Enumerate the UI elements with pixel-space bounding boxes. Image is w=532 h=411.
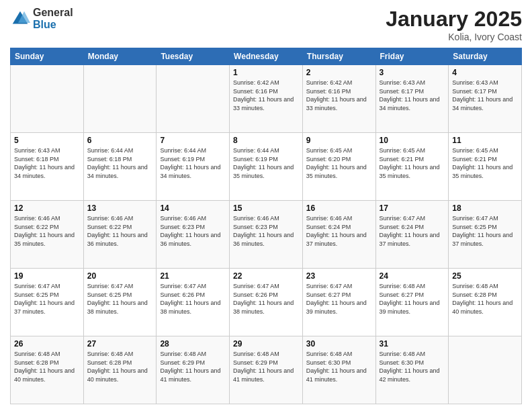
day-number: 20 (87, 271, 153, 281)
day-number: 22 (233, 271, 299, 281)
day-info: Sunrise: 6:48 AM Sunset: 6:30 PM Dayligh… (380, 350, 445, 383)
weekday-header-sunday: Sunday (11, 48, 84, 65)
day-cell (11, 65, 84, 133)
day-cell: 21Sunrise: 6:47 AM Sunset: 6:26 PM Dayli… (157, 269, 230, 336)
page: General Blue January 2025 Kolia, Ivory C… (0, 0, 532, 411)
day-number: 8 (233, 136, 299, 145)
day-info: Sunrise: 6:45 AM Sunset: 6:21 PM Dayligh… (380, 146, 445, 180)
header: General Blue January 2025 Kolia, Ivory C… (10, 7, 522, 42)
day-cell: 23Sunrise: 6:47 AM Sunset: 6:27 PM Dayli… (302, 269, 375, 336)
day-cell: 22Sunrise: 6:47 AM Sunset: 6:26 PM Dayli… (230, 269, 303, 336)
day-number: 24 (380, 271, 445, 281)
week-row-0: 1Sunrise: 6:42 AM Sunset: 6:16 PM Daylig… (11, 65, 522, 133)
week-row-4: 26Sunrise: 6:48 AM Sunset: 6:28 PM Dayli… (11, 336, 522, 404)
day-cell: 5Sunrise: 6:43 AM Sunset: 6:18 PM Daylig… (11, 133, 84, 201)
logo-blue-text: Blue (33, 19, 73, 31)
day-info: Sunrise: 6:47 AM Sunset: 6:26 PM Dayligh… (233, 282, 299, 316)
day-info: Sunrise: 6:46 AM Sunset: 6:22 PM Dayligh… (87, 214, 153, 248)
calendar-location: Kolia, Ivory Coast (386, 32, 522, 42)
day-info: Sunrise: 6:43 AM Sunset: 6:17 PM Dayligh… (452, 79, 518, 112)
day-info: Sunrise: 6:42 AM Sunset: 6:16 PM Dayligh… (233, 79, 299, 112)
weekday-header-thursday: Thursday (302, 48, 375, 65)
day-number: 9 (306, 136, 372, 145)
day-info: Sunrise: 6:47 AM Sunset: 6:27 PM Dayligh… (306, 282, 372, 316)
day-info: Sunrise: 6:45 AM Sunset: 6:21 PM Dayligh… (452, 146, 518, 180)
weekday-header-monday: Monday (83, 48, 157, 65)
day-info: Sunrise: 6:47 AM Sunset: 6:25 PM Dayligh… (14, 282, 80, 316)
day-info: Sunrise: 6:47 AM Sunset: 6:24 PM Dayligh… (380, 214, 445, 248)
day-number: 21 (160, 271, 226, 281)
day-info: Sunrise: 6:43 AM Sunset: 6:17 PM Dayligh… (380, 79, 445, 112)
day-info: Sunrise: 6:48 AM Sunset: 6:29 PM Dayligh… (160, 350, 226, 383)
day-cell: 30Sunrise: 6:48 AM Sunset: 6:30 PM Dayli… (302, 336, 375, 404)
day-number: 3 (380, 68, 445, 77)
week-row-1: 5Sunrise: 6:43 AM Sunset: 6:18 PM Daylig… (11, 133, 522, 201)
day-number: 27 (87, 339, 153, 349)
logo-icon (10, 9, 30, 29)
day-cell: 18Sunrise: 6:47 AM Sunset: 6:25 PM Dayli… (449, 201, 522, 269)
day-number: 19 (14, 271, 80, 281)
day-cell: 7Sunrise: 6:44 AM Sunset: 6:19 PM Daylig… (157, 133, 230, 201)
day-number: 16 (306, 203, 372, 213)
day-number: 4 (452, 68, 518, 77)
day-number: 6 (87, 136, 153, 145)
day-cell: 3Sunrise: 6:43 AM Sunset: 6:17 PM Daylig… (375, 65, 449, 133)
day-info: Sunrise: 6:48 AM Sunset: 6:28 PM Dayligh… (452, 282, 518, 316)
day-cell: 26Sunrise: 6:48 AM Sunset: 6:28 PM Dayli… (11, 336, 84, 404)
day-number: 10 (380, 136, 445, 145)
day-number: 28 (160, 339, 226, 349)
day-number: 7 (160, 136, 226, 145)
day-number: 30 (306, 339, 372, 349)
day-cell: 29Sunrise: 6:48 AM Sunset: 6:29 PM Dayli… (230, 336, 303, 404)
day-info: Sunrise: 6:48 AM Sunset: 6:27 PM Dayligh… (380, 282, 445, 316)
weekday-header-tuesday: Tuesday (157, 48, 230, 65)
day-info: Sunrise: 6:46 AM Sunset: 6:22 PM Dayligh… (14, 214, 80, 248)
day-number: 29 (233, 339, 299, 349)
day-info: Sunrise: 6:46 AM Sunset: 6:23 PM Dayligh… (233, 214, 299, 248)
day-number: 5 (14, 136, 80, 145)
day-number: 11 (452, 136, 518, 145)
day-info: Sunrise: 6:47 AM Sunset: 6:25 PM Dayligh… (87, 282, 153, 316)
logo-text: General Blue (33, 7, 73, 30)
day-info: Sunrise: 6:44 AM Sunset: 6:18 PM Dayligh… (87, 146, 153, 180)
day-cell: 4Sunrise: 6:43 AM Sunset: 6:17 PM Daylig… (449, 65, 522, 133)
day-info: Sunrise: 6:44 AM Sunset: 6:19 PM Dayligh… (233, 146, 299, 180)
day-number: 18 (452, 203, 518, 213)
day-number: 26 (14, 339, 80, 349)
day-number: 15 (233, 203, 299, 213)
day-cell: 27Sunrise: 6:48 AM Sunset: 6:28 PM Dayli… (83, 336, 157, 404)
day-info: Sunrise: 6:42 AM Sunset: 6:16 PM Dayligh… (306, 79, 372, 112)
day-cell: 14Sunrise: 6:46 AM Sunset: 6:23 PM Dayli… (157, 201, 230, 269)
day-cell: 15Sunrise: 6:46 AM Sunset: 6:23 PM Dayli… (230, 201, 303, 269)
day-cell: 16Sunrise: 6:46 AM Sunset: 6:24 PM Dayli… (302, 201, 375, 269)
day-info: Sunrise: 6:47 AM Sunset: 6:26 PM Dayligh… (160, 282, 226, 316)
week-row-2: 12Sunrise: 6:46 AM Sunset: 6:22 PM Dayli… (11, 201, 522, 269)
day-info: Sunrise: 6:48 AM Sunset: 6:30 PM Dayligh… (306, 350, 372, 383)
day-cell: 28Sunrise: 6:48 AM Sunset: 6:29 PM Dayli… (157, 336, 230, 404)
day-info: Sunrise: 6:47 AM Sunset: 6:25 PM Dayligh… (452, 214, 518, 248)
weekday-header-wednesday: Wednesday (230, 48, 303, 65)
day-cell: 31Sunrise: 6:48 AM Sunset: 6:30 PM Dayli… (375, 336, 449, 404)
logo-general-text: General (33, 7, 73, 19)
day-number: 13 (87, 203, 153, 213)
day-cell: 24Sunrise: 6:48 AM Sunset: 6:27 PM Dayli… (375, 269, 449, 336)
day-cell (83, 65, 157, 133)
day-cell: 12Sunrise: 6:46 AM Sunset: 6:22 PM Dayli… (11, 201, 84, 269)
weekday-header-friday: Friday (375, 48, 449, 65)
day-cell: 1Sunrise: 6:42 AM Sunset: 6:16 PM Daylig… (230, 65, 303, 133)
day-info: Sunrise: 6:46 AM Sunset: 6:23 PM Dayligh… (160, 214, 226, 248)
day-number: 25 (452, 271, 518, 281)
day-number: 23 (306, 271, 372, 281)
day-info: Sunrise: 6:44 AM Sunset: 6:19 PM Dayligh… (160, 146, 226, 180)
day-cell: 10Sunrise: 6:45 AM Sunset: 6:21 PM Dayli… (375, 133, 449, 201)
day-number: 14 (160, 203, 226, 213)
day-cell: 19Sunrise: 6:47 AM Sunset: 6:25 PM Dayli… (11, 269, 84, 336)
day-number: 17 (380, 203, 445, 213)
day-info: Sunrise: 6:48 AM Sunset: 6:29 PM Dayligh… (233, 350, 299, 383)
day-cell: 6Sunrise: 6:44 AM Sunset: 6:18 PM Daylig… (83, 133, 157, 201)
day-cell: 11Sunrise: 6:45 AM Sunset: 6:21 PM Dayli… (449, 133, 522, 201)
day-cell: 25Sunrise: 6:48 AM Sunset: 6:28 PM Dayli… (449, 269, 522, 336)
calendar-title: January 2025 (386, 7, 522, 32)
weekday-header-row: SundayMondayTuesdayWednesdayThursdayFrid… (11, 48, 522, 65)
logo: General Blue (10, 7, 73, 30)
